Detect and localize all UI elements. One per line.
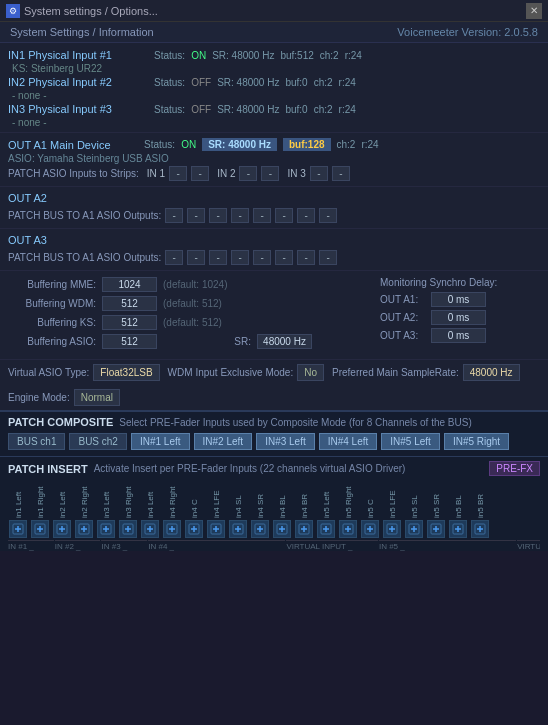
pc-btn-5[interactable]: IN#4 Left bbox=[319, 433, 378, 450]
pc-btn-7[interactable]: IN#5 Right bbox=[444, 433, 509, 450]
insert-ch-btn-19[interactable] bbox=[427, 520, 445, 538]
insert-ch-btn-2[interactable] bbox=[53, 520, 71, 538]
insert-ch-btn-21[interactable] bbox=[471, 520, 489, 538]
patch-a2-btn4[interactable]: - bbox=[231, 208, 249, 223]
insert-ch-btn-10[interactable] bbox=[229, 520, 247, 538]
insert-ch-btn-11[interactable] bbox=[251, 520, 269, 538]
buf-mme-input[interactable] bbox=[102, 277, 157, 292]
patch-a1-in2-btn2[interactable]: - bbox=[261, 166, 279, 181]
insert-ch-1: in1 Right bbox=[30, 480, 50, 538]
insert-ch-btn-16[interactable] bbox=[361, 520, 379, 538]
insert-ch-btn-18[interactable] bbox=[405, 520, 423, 538]
buf-wdm-input[interactable] bbox=[102, 296, 157, 311]
insert-ch-17: in5 LFE bbox=[382, 480, 402, 538]
insert-ch-label-4: in3 Left bbox=[102, 480, 111, 518]
insert-ch-btn-8[interactable] bbox=[185, 520, 203, 538]
pc-btn-6[interactable]: IN#5 Left bbox=[381, 433, 440, 450]
patch-a2-btn5[interactable]: - bbox=[253, 208, 271, 223]
out-a1-in1-label: IN 1 bbox=[147, 168, 165, 179]
out-a3-name: OUT A3 bbox=[8, 234, 138, 246]
patch-a3-btn8[interactable]: - bbox=[319, 250, 337, 265]
insert-ch-btn-1[interactable] bbox=[31, 520, 49, 538]
pc-btn-1[interactable]: BUS ch2 bbox=[69, 433, 126, 450]
sync-a1-row: OUT A1: 0 ms bbox=[380, 292, 540, 307]
patch-a1-in1-btn1[interactable]: - bbox=[169, 166, 187, 181]
insert-ch-label-18: in5 SL bbox=[410, 480, 419, 518]
pc-btn-4[interactable]: IN#3 Left bbox=[256, 433, 315, 450]
insert-footer: IN #1 _IN #2 _IN #3 _IN #4 _VIRTUAL INPU… bbox=[8, 538, 540, 551]
buffering-left: Buffering MME: (default: 1024) Buffering… bbox=[8, 277, 370, 353]
patch-a1-in2-btn1[interactable]: - bbox=[239, 166, 257, 181]
insert-ch-btn-5[interactable] bbox=[119, 520, 137, 538]
buf-asio-sr-label: SR: bbox=[163, 336, 251, 347]
pc-btn-2[interactable]: IN#1 Left bbox=[131, 433, 190, 450]
input-row-1: IN1 Physical Input #1 Status: ON SR: 480… bbox=[8, 47, 540, 63]
out-a1-status: ON bbox=[181, 139, 196, 150]
patch-composite-desc: Select PRE-Fader Inputs used by Composit… bbox=[119, 417, 471, 428]
insert-ch-btn-17[interactable] bbox=[383, 520, 401, 538]
patch-a3-btn7[interactable]: - bbox=[297, 250, 315, 265]
in2-buf: buf:0 bbox=[285, 77, 307, 88]
insert-ch-btn-9[interactable] bbox=[207, 520, 225, 538]
in2-name: IN2 Physical Input #2 bbox=[8, 76, 148, 88]
sync-a1-value: 0 ms bbox=[431, 292, 486, 307]
insert-ch-btn-13[interactable] bbox=[295, 520, 313, 538]
patch-a1-in1-btn2[interactable]: - bbox=[191, 166, 209, 181]
in3-status: OFF bbox=[191, 104, 211, 115]
sync-a2-value: 0 ms bbox=[431, 310, 486, 325]
insert-ch-label-8: in4 C bbox=[190, 480, 199, 518]
insert-ch-btn-3[interactable] bbox=[75, 520, 93, 538]
patch-a2-btn6[interactable]: - bbox=[275, 208, 293, 223]
out-a1-section: OUT A1 Main Device Status: ON SR: 48000 … bbox=[0, 133, 548, 187]
insert-ch-btn-7[interactable] bbox=[163, 520, 181, 538]
patch-a2-btn7[interactable]: - bbox=[297, 208, 315, 223]
buf-ks-input[interactable] bbox=[102, 315, 157, 330]
patch-a1-in3-btn2[interactable]: - bbox=[332, 166, 350, 181]
insert-ch-label-12: in4 BL bbox=[278, 480, 287, 518]
pc-btn-3[interactable]: IN#2 Left bbox=[194, 433, 253, 450]
in1-sr: SR: 48000 Hz bbox=[212, 50, 274, 61]
pc-btn-0[interactable]: BUS ch1 bbox=[8, 433, 65, 450]
insert-ch-btn-0[interactable] bbox=[9, 520, 27, 538]
insert-ch-btn-15[interactable] bbox=[339, 520, 357, 538]
insert-ch-btn-14[interactable] bbox=[317, 520, 335, 538]
insert-ch-btn-20[interactable] bbox=[449, 520, 467, 538]
insert-ch-11: in4 SR bbox=[250, 480, 270, 538]
insert-ch-btn-4[interactable] bbox=[97, 520, 115, 538]
insert-ch-btn-6[interactable] bbox=[141, 520, 159, 538]
patch-a3-btn2[interactable]: - bbox=[187, 250, 205, 265]
buffering-right: Monitoring Synchro Delay: OUT A1: 0 ms O… bbox=[380, 277, 540, 353]
insert-ch-label-1: in1 Right bbox=[36, 480, 45, 518]
out-a1-in3-label: IN 3 bbox=[287, 168, 305, 179]
patch-a3-btn1[interactable]: - bbox=[165, 250, 183, 265]
insert-ch-16: in5 C bbox=[360, 480, 380, 538]
out-a1-patch-row: PATCH ASIO Inputs to Strips: IN 1 - - IN… bbox=[8, 164, 540, 183]
title-bar-left: ⚙ System settings / Options... bbox=[6, 4, 158, 18]
patch-a2-btn3[interactable]: - bbox=[209, 208, 227, 223]
patch-a2-btn1[interactable]: - bbox=[165, 208, 183, 223]
insert-ch-btn-12[interactable] bbox=[273, 520, 291, 538]
footer-label-6: VIRTUAL AUX bbox=[517, 540, 540, 551]
out-a1-patch-label: PATCH ASIO Inputs to Strips: bbox=[8, 168, 139, 179]
insert-ch-0: in1 Left bbox=[8, 480, 28, 538]
out-a2-name-row: OUT A2 bbox=[8, 190, 540, 206]
footer-label-4: VIRTUAL INPUT _ bbox=[286, 540, 377, 551]
patch-a2-btn8[interactable]: - bbox=[319, 208, 337, 223]
close-button[interactable]: ✕ bbox=[526, 3, 542, 19]
patch-a2-btn2[interactable]: - bbox=[187, 208, 205, 223]
out-a1-name: OUT A1 Main Device bbox=[8, 139, 138, 151]
in3-r: r:24 bbox=[339, 104, 356, 115]
patch-a3-btn4[interactable]: - bbox=[231, 250, 249, 265]
buf-asio-input[interactable] bbox=[102, 334, 157, 349]
patch-a3-btn5[interactable]: - bbox=[253, 250, 271, 265]
patch-composite-section: PATCH COMPOSITE Select PRE-Fader Inputs … bbox=[0, 410, 548, 456]
patch-a3-btn6[interactable]: - bbox=[275, 250, 293, 265]
window-title: System settings / Options... bbox=[24, 5, 158, 17]
sync-a3-label: OUT A3: bbox=[380, 330, 425, 341]
input-row-2: IN2 Physical Input #2 Status: OFF SR: 48… bbox=[8, 74, 540, 90]
patch-a1-in3-btn1[interactable]: - bbox=[310, 166, 328, 181]
sample-rate-value: 48000 Hz bbox=[463, 364, 520, 381]
app-icon: ⚙ bbox=[6, 4, 20, 18]
patch-a3-btn3[interactable]: - bbox=[209, 250, 227, 265]
out-a3-name-row: OUT A3 bbox=[8, 232, 540, 248]
